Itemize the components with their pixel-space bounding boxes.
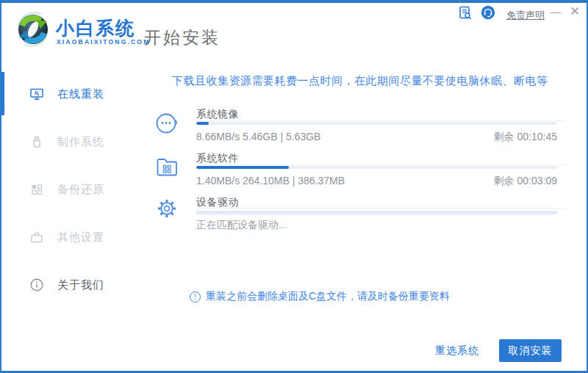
sidebar-item-label: 其他设置 bbox=[57, 231, 104, 245]
task-name: 系统镜像 bbox=[196, 108, 239, 121]
task-remaining: 剩余 00:03:09 bbox=[494, 175, 557, 188]
monitor-icon bbox=[29, 87, 44, 101]
task-status: 正在匹配设备驱动... bbox=[196, 219, 287, 232]
close-button[interactable]: ✕ bbox=[567, 4, 582, 19]
warning-text: 重装之前会删除桌面及C盘文件，请及时备份重要资料 bbox=[206, 290, 450, 303]
app-logo-icon bbox=[14, 10, 52, 48]
download-notice: 下载且收集资源需要耗费一点时间，在此期间尽量不要使电脑休眠、断电等 bbox=[172, 74, 569, 88]
backup-squares-icon bbox=[29, 182, 44, 197]
page-title: 开始安装 bbox=[144, 26, 220, 49]
gear-icon bbox=[154, 196, 179, 221]
brand-name: 小白系统 bbox=[56, 16, 135, 40]
sidebar-item-backup-restore[interactable]: 备份还原 bbox=[1, 166, 147, 213]
task-divider bbox=[196, 164, 566, 165]
toolbox-icon bbox=[29, 230, 44, 245]
task-divider bbox=[196, 208, 566, 209]
app-window: 小白系统 XIAOBAIXITONG.COM 开始安装 免责声明 — ✕ bbox=[0, 0, 588, 373]
progress-bar-system-image bbox=[196, 122, 557, 125]
task-stats: 1.40MB/s 264.10MB | 386.37MB bbox=[196, 175, 345, 186]
sidebar-item-label: 备份还原 bbox=[57, 183, 104, 197]
sidebar-item-label: 制作系统 bbox=[57, 135, 104, 149]
sidebar-item-online-reinstall[interactable]: 在线重装 bbox=[1, 70, 147, 117]
exclamation-circle-icon: ! bbox=[190, 291, 201, 303]
minimize-button[interactable]: — bbox=[548, 4, 563, 19]
progress-fill bbox=[196, 122, 209, 125]
progress-bar-device-drivers bbox=[196, 211, 557, 214]
task-stats: 8.66MB/s 5.46GB | 5.63GB bbox=[196, 131, 320, 142]
sidebar-item-label: 在线重装 bbox=[57, 87, 104, 101]
progress-bar-system-software bbox=[196, 166, 557, 169]
reselect-system-button[interactable]: 重选系统 bbox=[435, 344, 479, 358]
cancel-install-button[interactable]: 取消安装 bbox=[499, 339, 562, 362]
folder-apps-icon bbox=[154, 154, 179, 179]
sidebar-item-other-settings[interactable]: 其他设置 bbox=[1, 214, 147, 261]
task-name: 系统软件 bbox=[196, 152, 239, 165]
sidebar-item-make-system[interactable]: 制作系统 bbox=[1, 118, 147, 165]
sidebar-item-label: 关于我们 bbox=[57, 278, 104, 292]
disclaimer-link[interactable]: 免责声明 bbox=[506, 9, 545, 22]
chat-face-icon bbox=[154, 111, 179, 136]
brand-domain: XIAOBAIXITONG.COM bbox=[57, 38, 150, 46]
progress-fill bbox=[196, 166, 289, 169]
doc-search-icon[interactable] bbox=[459, 6, 472, 20]
headset-service-icon[interactable] bbox=[481, 5, 495, 20]
reinstall-warning: ! 重装之前会删除桌面及C盘文件，请及时备份重要资料 bbox=[190, 290, 450, 303]
usb-drive-icon bbox=[29, 134, 44, 149]
task-remaining: 剩余 00:10:45 bbox=[494, 131, 557, 144]
task-divider bbox=[196, 120, 566, 121]
info-circle-icon bbox=[29, 278, 44, 292]
sidebar-item-about-us[interactable]: 关于我们 bbox=[1, 261, 147, 308]
